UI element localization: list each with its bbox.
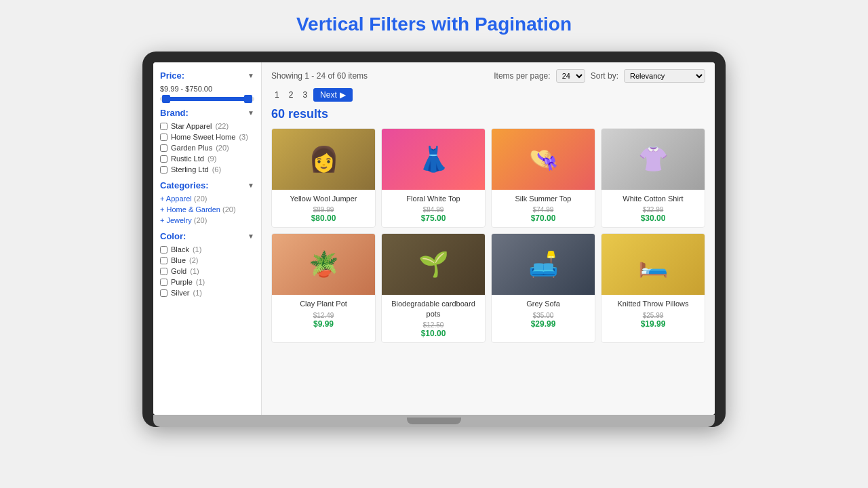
product-card[interactable]: 🌱 Biodegradable cardboard pots $12.50 $1… [381, 233, 486, 343]
product-image: 🪴 [272, 234, 375, 295]
product-sale-price: $80.00 [276, 214, 371, 223]
product-sale-price: $29.99 [496, 319, 591, 329]
color-checkbox[interactable] [160, 246, 167, 253]
top-bar: Showing 1 - 24 of 60 items Items per pag… [271, 69, 705, 83]
product-sale-price: $19.99 [606, 319, 701, 329]
product-info: Yellow Wool Jumper $89.99 $80.00 [272, 190, 375, 227]
page-1[interactable]: 1 [271, 89, 283, 101]
product-image: 🛏️ [601, 234, 705, 295]
color-checkbox[interactable] [160, 289, 167, 297]
product-name: Floral White Top [386, 194, 481, 203]
page-2[interactable]: 2 [285, 89, 297, 101]
sort-select[interactable]: Relevancy Price: Low to High Price: High… [624, 69, 705, 83]
product-card[interactable]: 🛋️ Grey Sofa $35.00 $29.99 [491, 233, 595, 343]
product-original-price: $32.99 [606, 206, 701, 214]
category-filter-item[interactable]: + Apparel (20) [160, 195, 254, 203]
color-filter-item[interactable]: Purple (1) [160, 278, 254, 286]
product-name: Grey Sofa [496, 299, 591, 308]
product-image: 🛋️ [492, 234, 595, 295]
color-checkbox[interactable] [160, 268, 167, 275]
color-checkbox[interactable] [160, 257, 167, 264]
product-original-price: $74.99 [496, 206, 591, 214]
categories-filter-list: + Apparel (20)+ Home & Garden (20)+ Jewe… [160, 195, 254, 224]
category-filter-item[interactable]: + Home & Garden (20) [160, 205, 254, 214]
pagination: 1 2 3 Next ▶ [271, 88, 705, 102]
product-image: 🌱 [382, 234, 485, 295]
color-filter-list: Black (1) Blue (2) Gold (1) Purple (1) S… [160, 245, 254, 297]
product-original-price: $12.50 [386, 321, 481, 329]
product-sale-price: $70.00 [496, 214, 591, 223]
brand-checkbox[interactable] [160, 155, 167, 163]
product-name: White Cotton Shirt [606, 194, 701, 203]
color-filter-title: Color: ▼ [160, 231, 254, 241]
next-button[interactable]: Next ▶ [313, 88, 353, 102]
price-range-track [160, 97, 254, 101]
product-info: Biodegradable cardboard pots $12.50 $10.… [382, 295, 485, 342]
brand-checkbox[interactable] [160, 144, 167, 152]
product-info: White Cotton Shirt $32.99 $30.00 [601, 190, 705, 227]
app-container: Price: ▼ $9.99 - $750.00 Brand: ▼ Star A… [153, 62, 715, 415]
laptop-frame: Price: ▼ $9.99 - $750.00 Brand: ▼ Star A… [142, 52, 726, 427]
brand-filter-item[interactable]: Home Sweet Home (3) [160, 133, 254, 141]
brand-checkbox[interactable] [160, 123, 167, 130]
page-title: Vertical Filters with Pagination [296, 14, 572, 35]
sort-label: Sort by: [591, 71, 618, 81]
price-range-max-thumb[interactable] [244, 95, 252, 103]
product-name: Knitted Throw Pillows [606, 299, 701, 308]
product-card[interactable]: 👒 Silk Summer Top $74.99 $70.00 [491, 128, 595, 228]
price-range-min-thumb[interactable] [162, 95, 170, 103]
product-info: Knitted Throw Pillows $25.99 $19.99 [601, 295, 705, 332]
product-original-price: $35.00 [496, 312, 591, 319]
results-count: 60 results [271, 107, 705, 121]
product-info: Clay Plant Pot $12.49 $9.99 [272, 295, 375, 332]
product-sale-price: $10.00 [386, 329, 481, 338]
category-filter-item[interactable]: + Jewelry (20) [160, 216, 254, 224]
product-image: 👚 [601, 129, 705, 190]
product-name: Silk Summer Top [496, 194, 591, 203]
categories-filter-title: Categories: ▼ [160, 180, 254, 190]
brand-chevron-icon: ▼ [248, 109, 254, 117]
laptop-notch [407, 418, 461, 424]
product-original-price: $89.99 [276, 206, 371, 214]
main-content: Showing 1 - 24 of 60 items Items per pag… [262, 62, 715, 415]
brand-filter-item[interactable]: Rustic Ltd (9) [160, 155, 254, 163]
product-card[interactable]: 👚 White Cotton Shirt $32.99 $30.00 [601, 128, 705, 228]
brand-filter-item[interactable]: Garden Plus (20) [160, 144, 254, 152]
price-filter-title: Price: ▼ [160, 70, 254, 81]
product-original-price: $84.99 [386, 206, 481, 214]
color-filter-item[interactable]: Blue (2) [160, 256, 254, 264]
product-original-price: $25.99 [606, 312, 701, 319]
color-filter-item[interactable]: Black (1) [160, 245, 254, 253]
product-name: Biodegradable cardboard pots [386, 299, 481, 319]
color-checkbox[interactable] [160, 279, 167, 286]
product-sale-price: $9.99 [276, 319, 371, 329]
page-3[interactable]: 3 [299, 89, 311, 101]
brand-filter-item[interactable]: Star Apparel (22) [160, 122, 254, 130]
color-chevron-icon: ▼ [248, 232, 254, 240]
product-sale-price: $75.00 [386, 214, 481, 223]
product-card[interactable]: 👗 Floral White Top $84.99 $75.00 [381, 128, 486, 228]
brand-checkbox[interactable] [160, 134, 167, 141]
items-per-page-label: Items per page: [494, 71, 550, 81]
product-card[interactable]: 🪴 Clay Plant Pot $12.49 $9.99 [271, 233, 376, 343]
product-info: Grey Sofa $35.00 $29.99 [492, 295, 595, 332]
product-card[interactable]: 👩 Yellow Wool Jumper $89.99 $80.00 [271, 128, 376, 228]
product-card[interactable]: 🛏️ Knitted Throw Pillows $25.99 $19.99 [601, 233, 705, 343]
showing-text: Showing 1 - 24 of 60 items [271, 71, 368, 81]
sidebar: Price: ▼ $9.99 - $750.00 Brand: ▼ Star A… [153, 62, 262, 415]
next-arrow-icon: ▶ [340, 90, 346, 100]
price-range-fill [165, 97, 250, 101]
laptop-base [153, 415, 715, 427]
product-info: Silk Summer Top $74.99 $70.00 [492, 190, 595, 227]
right-controls: Items per page: 24 48 96 Sort by: Releva… [494, 69, 705, 83]
color-filter-item[interactable]: Silver (1) [160, 289, 254, 297]
brand-filter-item[interactable]: Sterling Ltd (6) [160, 165, 254, 174]
product-original-price: $12.49 [276, 312, 371, 319]
items-per-page-select[interactable]: 24 48 96 [556, 69, 585, 83]
price-chevron-icon: ▼ [248, 72, 254, 79]
product-image: 👒 [492, 129, 595, 190]
brand-checkbox[interactable] [160, 166, 167, 174]
color-filter-item[interactable]: Gold (1) [160, 267, 254, 275]
product-name: Clay Plant Pot [276, 299, 371, 308]
product-info: Floral White Top $84.99 $75.00 [382, 190, 485, 227]
